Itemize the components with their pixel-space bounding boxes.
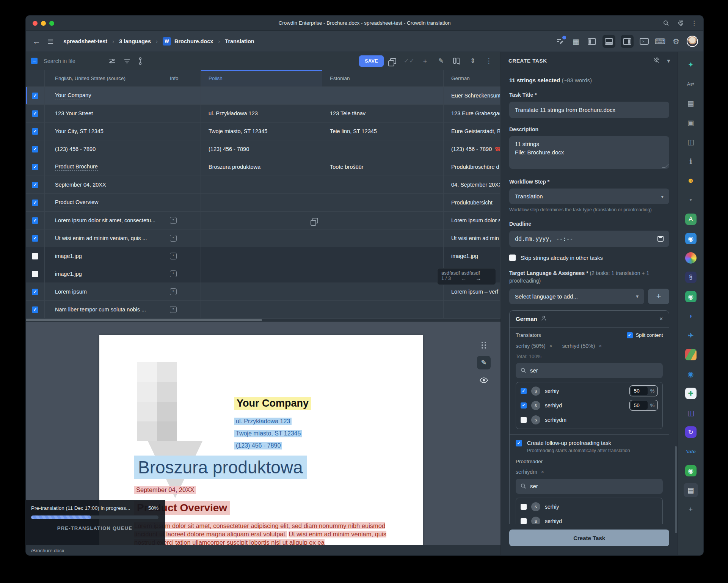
calendar-icon[interactable] bbox=[657, 236, 664, 242]
row-checkbox[interactable]: ✓ bbox=[32, 93, 38, 99]
task-title-input[interactable] bbox=[509, 102, 669, 118]
browser-menu-icon[interactable]: ⋮ bbox=[691, 19, 697, 27]
more-dot-icon[interactable]: • bbox=[684, 193, 698, 207]
polish-cell[interactable]: Broszura produktowa bbox=[201, 158, 322, 176]
skip-strings-checkbox[interactable] bbox=[509, 255, 516, 261]
machine-translation-icon[interactable]: A⇄ bbox=[684, 77, 698, 91]
row-select-cell[interactable]: ✓ bbox=[26, 140, 45, 158]
table-row[interactable]: image1.jpg*image1.jpg bbox=[26, 265, 500, 283]
string-context-icon[interactable]: * bbox=[170, 235, 177, 242]
row-select-cell[interactable]: ✓ bbox=[26, 123, 45, 140]
highlight-pencil-icon[interactable]: ✎ bbox=[477, 356, 491, 369]
pager-prev-icon[interactable]: ← bbox=[461, 275, 466, 281]
assignee-option[interactable]: ✓sserhiyd50% bbox=[521, 398, 658, 413]
zoom-window-button[interactable] bbox=[49, 21, 54, 26]
estonian-cell[interactable] bbox=[322, 140, 444, 158]
header-polish-column[interactable]: Polish bbox=[201, 70, 322, 86]
polish-cell[interactable] bbox=[201, 194, 322, 211]
word-doc-plus-icon[interactable]: ✚ bbox=[684, 386, 698, 401]
table-row[interactable]: ✓Ut wisi enim ad minim veniam, quis ...*… bbox=[26, 229, 500, 247]
legal-terms-icon[interactable]: § bbox=[684, 270, 698, 284]
save-button[interactable]: SAVE bbox=[359, 55, 384, 67]
deadline-input[interactable]: dd.mm.yyyy, --:-- bbox=[509, 231, 669, 247]
filter-settings-icon[interactable] bbox=[109, 58, 116, 64]
row-select-cell[interactable]: ✓ bbox=[26, 194, 45, 211]
unpin-panel-icon[interactable] bbox=[653, 57, 659, 65]
polish-cell[interactable]: ul. Przykładowa 123 bbox=[201, 105, 322, 122]
remove-tag-icon[interactable]: × bbox=[599, 343, 602, 349]
row-select-cell[interactable]: ✓ bbox=[26, 176, 45, 193]
add-column-icon[interactable] bbox=[450, 55, 463, 68]
source-cell[interactable]: image1.jpg bbox=[45, 265, 162, 283]
table-row[interactable]: ✓Nam liber tempor cum soluta nobis ...* bbox=[26, 301, 500, 319]
compose-notes-icon[interactable] bbox=[555, 36, 565, 47]
color-wheel-icon[interactable] bbox=[684, 251, 698, 265]
preview-eye-icon[interactable] bbox=[477, 373, 491, 387]
translator-app-icon[interactable]: A bbox=[684, 212, 698, 226]
source-cell[interactable]: Nam liber tempor cum soluta nobis ... bbox=[45, 301, 162, 318]
estonian-cell[interactable]: 123 Teie tänav bbox=[322, 105, 444, 122]
german-cell[interactable]: Produktübersicht – bbox=[444, 194, 500, 211]
add-string-icon[interactable]: ＋ bbox=[419, 55, 431, 68]
source-cell[interactable]: Your Company bbox=[45, 87, 162, 104]
close-window-button[interactable] bbox=[33, 21, 38, 26]
string-context-icon[interactable]: * bbox=[170, 253, 177, 259]
row-select-cell[interactable]: ✓ bbox=[26, 301, 45, 318]
settings-gear-icon[interactable]: ⚙ bbox=[671, 36, 681, 47]
preview-eye-app-icon[interactable]: ◉ bbox=[684, 231, 698, 246]
source-cell[interactable]: Lorem ipsum bbox=[45, 283, 162, 300]
row-select-cell[interactable] bbox=[26, 265, 45, 283]
string-context-icon[interactable]: * bbox=[170, 306, 177, 313]
pager-next-icon[interactable]: → bbox=[475, 275, 481, 281]
split-content-checkbox[interactable]: ✓ bbox=[627, 332, 633, 338]
minimize-window-button[interactable] bbox=[41, 21, 46, 26]
user-avatar[interactable] bbox=[687, 36, 698, 47]
comments-icon[interactable]: ▤ bbox=[684, 96, 698, 110]
source-cell[interactable]: 123 Your Street bbox=[45, 105, 162, 122]
polish-cell[interactable] bbox=[201, 229, 322, 247]
layout-bottom-panel-icon[interactable] bbox=[602, 35, 615, 48]
breadcrumb-languages[interactable]: 3 languages bbox=[119, 38, 151, 44]
german-cell[interactable]: image1.jpg bbox=[444, 247, 500, 265]
table-row[interactable]: ✓Product OverviewProduktübersicht – bbox=[26, 194, 500, 212]
skip-strings-row[interactable]: Skip strings already in other tasks bbox=[509, 255, 669, 261]
translator-search-input[interactable]: ser bbox=[516, 363, 663, 378]
workflow-step-select[interactable]: Translation▾ bbox=[509, 189, 669, 204]
assignee-option[interactable]: sserhiyd bbox=[521, 514, 658, 524]
estonian-cell[interactable] bbox=[322, 212, 444, 229]
german-cell[interactable]: 123 Eure Grabesgas bbox=[444, 105, 500, 122]
polish-cell[interactable] bbox=[201, 247, 322, 265]
string-context-icon[interactable]: * bbox=[170, 217, 177, 224]
keyboard-icon[interactable]: ⌨ bbox=[655, 36, 665, 47]
sort-filter-icon[interactable] bbox=[124, 58, 130, 64]
source-cell[interactable]: Lorem ipsum dolor sit amet, consectetu..… bbox=[45, 212, 162, 229]
add-language-button[interactable]: + bbox=[648, 289, 669, 304]
layout-right-panel-icon[interactable] bbox=[621, 35, 634, 48]
header-info-column[interactable]: Info bbox=[162, 70, 201, 86]
german-cell[interactable] bbox=[444, 301, 500, 318]
table-row[interactable]: ✓Lorem ipsum dolor sit amet, consectetu.… bbox=[26, 212, 500, 229]
string-order-icon[interactable] bbox=[138, 57, 142, 65]
collapse-panel-icon[interactable]: ▾ bbox=[667, 57, 670, 64]
breadcrumb-file[interactable]: Brochure.docx bbox=[174, 38, 213, 44]
polish-cell[interactable] bbox=[201, 265, 322, 283]
estonian-cell[interactable] bbox=[322, 301, 444, 318]
create-task-button[interactable]: Create Task bbox=[509, 530, 669, 546]
assignee-option[interactable]: ✓sserhiy50% bbox=[521, 384, 658, 398]
split-content-toggle[interactable]: ✓ Split content bbox=[627, 332, 663, 338]
german-cell[interactable]: Ut wisi enim ad min bbox=[444, 229, 500, 247]
german-cell[interactable]: Lorem ipsum – verf bbox=[444, 283, 500, 300]
estonian-cell[interactable] bbox=[322, 176, 444, 193]
breadcrumb-project[interactable]: spreadsheet-test bbox=[63, 38, 107, 44]
row-select-cell[interactable]: ✓ bbox=[26, 229, 45, 247]
iate-logo[interactable]: ’iate bbox=[686, 444, 696, 459]
media-eye-icon[interactable]: ◉ bbox=[684, 367, 698, 381]
source-cell[interactable]: September 04, 20XX bbox=[45, 176, 162, 193]
row-select-cell[interactable]: ✓ bbox=[26, 105, 45, 122]
row-select-cell[interactable]: ✓ bbox=[26, 283, 45, 300]
followup-checkbox[interactable]: ✓ bbox=[516, 440, 522, 446]
language-select[interactable]: Select language to add...▾ bbox=[509, 289, 644, 304]
source-cell[interactable]: image1.jpg bbox=[45, 247, 162, 265]
estonian-cell[interactable] bbox=[322, 283, 444, 300]
copy-translations-icon[interactable] bbox=[387, 55, 400, 68]
